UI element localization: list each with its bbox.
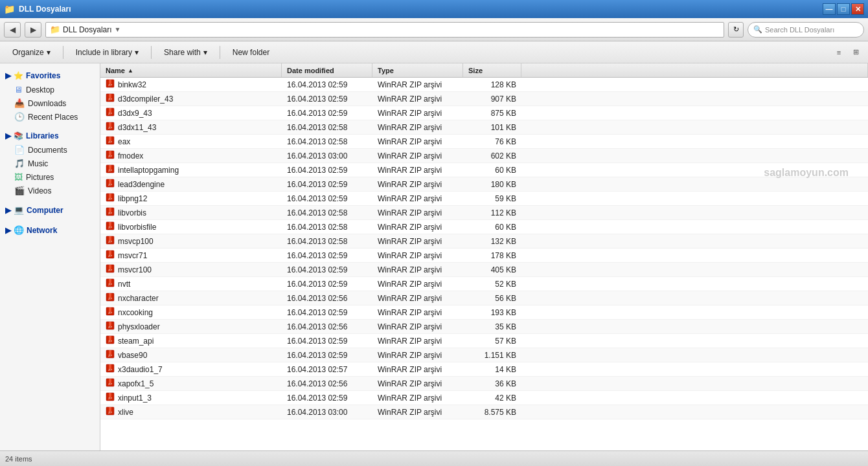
file-size-cell: 1.151 KB bbox=[463, 348, 521, 362]
sidebar-libraries-header[interactable]: ▶ 📚 Libraries bbox=[0, 129, 100, 143]
include-in-library-button[interactable]: Include in library ▾ bbox=[69, 44, 146, 61]
file-extra-cell bbox=[521, 320, 868, 333]
sidebar-item-documents[interactable]: 📄 Documents bbox=[0, 143, 100, 157]
file-name: d3dcompiler_43 bbox=[118, 94, 173, 104]
sidebar-item-pictures[interactable]: 🖼 Pictures bbox=[0, 170, 100, 184]
file-date-cell: 16.04.2013 02:59 bbox=[282, 106, 372, 120]
file-date-cell: 16.04.2013 02:56 bbox=[282, 291, 372, 305]
sidebar-item-downloads-label: Downloads bbox=[28, 99, 66, 108]
file-zip-icon: ZIP bbox=[106, 236, 115, 247]
col-header-name[interactable]: Name ▲ bbox=[100, 63, 282, 77]
table-row[interactable]: ZIP eax 16.04.2013 02:58 WinRAR ZIP arşi… bbox=[100, 135, 868, 149]
file-name-cell: ZIP intellaptopgaming bbox=[100, 163, 282, 177]
address-bar: ◀ ▶ 📁 DLL Dosyaları ▼ ↻ 🔍 Search DLL Dos… bbox=[0, 18, 868, 41]
table-row[interactable]: ZIP x3daudio1_7 16.04.2013 02:57 WinRAR … bbox=[100, 362, 868, 377]
file-zip-icon: ZIP bbox=[106, 364, 115, 375]
window-icon: 📁 bbox=[4, 4, 15, 14]
sidebar-favorites-header[interactable]: ▶ ⭐ Favorites bbox=[0, 69, 100, 83]
file-extra-cell bbox=[521, 277, 868, 291]
sidebar-item-desktop[interactable]: 🖥 Desktop bbox=[0, 83, 100, 96]
table-row[interactable]: ZIP vbase90 16.04.2013 02:59 WinRAR ZIP … bbox=[100, 348, 868, 362]
table-row[interactable]: ZIP intellaptopgaming 16.04.2013 02:59 W… bbox=[100, 163, 868, 177]
svg-text:ZIP: ZIP bbox=[108, 169, 113, 172]
table-row[interactable]: ZIP fmodex 16.04.2013 03:00 WinRAR ZIP a… bbox=[100, 149, 868, 163]
file-type-cell: WinRAR ZIP arşivi bbox=[372, 249, 463, 262]
file-date-cell: 16.04.2013 03:00 bbox=[282, 405, 372, 419]
file-size-cell: 907 KB bbox=[463, 92, 521, 105]
sidebar-item-downloads[interactable]: 📥 Downloads bbox=[0, 96, 100, 110]
col-header-size[interactable]: Size bbox=[463, 63, 521, 77]
new-folder-button[interactable]: New folder bbox=[225, 44, 277, 61]
file-type-cell: WinRAR ZIP arşivi bbox=[372, 348, 463, 362]
search-box[interactable]: 🔍 Search DLL Dosyaları bbox=[748, 22, 864, 38]
table-row[interactable]: ZIP d3dx9_43 16.04.2013 02:59 WinRAR ZIP… bbox=[100, 106, 868, 120]
file-size-cell: 180 KB bbox=[463, 177, 521, 191]
file-date-cell: 16.04.2013 02:59 bbox=[282, 192, 372, 205]
file-date-cell: 16.04.2013 02:58 bbox=[282, 206, 372, 219]
table-row[interactable]: ZIP msvcr100 16.04.2013 02:59 WinRAR ZIP… bbox=[100, 263, 868, 277]
svg-text:ZIP: ZIP bbox=[108, 397, 113, 400]
col-header-date[interactable]: Date modified bbox=[282, 63, 372, 77]
share-with-button[interactable]: Share with ▾ bbox=[157, 44, 214, 61]
file-size-cell: 875 KB bbox=[463, 106, 521, 120]
table-row[interactable]: ZIP libpng12 16.04.2013 02:59 WinRAR ZIP… bbox=[100, 192, 868, 206]
file-zip-icon: ZIP bbox=[106, 193, 115, 204]
file-name: vbase90 bbox=[118, 351, 147, 360]
table-row[interactable]: ZIP nxcooking 16.04.2013 02:59 WinRAR ZI… bbox=[100, 305, 868, 320]
maximize-button[interactable]: □ bbox=[837, 3, 850, 15]
file-area: Name ▲ Date modified Type Size ZIP bbox=[100, 63, 868, 450]
close-button[interactable]: ✕ bbox=[851, 3, 864, 15]
table-row[interactable]: ZIP xinput1_3 16.04.2013 02:59 WinRAR ZI… bbox=[100, 391, 868, 405]
path-dropdown-arrow[interactable]: ▼ bbox=[115, 26, 121, 33]
file-zip-icon: ZIP bbox=[106, 207, 115, 218]
sidebar-computer-header[interactable]: ▶ 💻 Computer bbox=[0, 203, 100, 217]
window-controls: — □ ✕ bbox=[823, 3, 864, 15]
file-date-cell: 16.04.2013 02:58 bbox=[282, 120, 372, 134]
col-header-type[interactable]: Type bbox=[372, 63, 463, 77]
view-tiles-button[interactable]: ⊞ bbox=[849, 47, 863, 58]
table-row[interactable]: ZIP binkw32 16.04.2013 02:59 WinRAR ZIP … bbox=[100, 78, 868, 92]
file-name: msvcr71 bbox=[118, 251, 147, 260]
table-row[interactable]: ZIP msvcr71 16.04.2013 02:59 WinRAR ZIP … bbox=[100, 249, 868, 263]
table-row[interactable]: ZIP d3dx11_43 16.04.2013 02:58 WinRAR ZI… bbox=[100, 120, 868, 135]
table-row[interactable]: ZIP nxcharacter 16.04.2013 02:56 WinRAR … bbox=[100, 291, 868, 305]
path-folder-icon: 📁 bbox=[50, 25, 60, 34]
file-date-cell: 16.04.2013 02:59 bbox=[282, 249, 372, 262]
back-button[interactable]: ◀ bbox=[4, 22, 21, 38]
file-date-cell: 16.04.2013 02:57 bbox=[282, 362, 372, 376]
svg-text:ZIP: ZIP bbox=[108, 354, 113, 357]
file-name: d3dx11_43 bbox=[118, 123, 156, 132]
refresh-button[interactable]: ↻ bbox=[728, 22, 744, 38]
sidebar-network-header[interactable]: ▶ 🌐 Network bbox=[0, 223, 100, 238]
file-date-cell: 16.04.2013 02:59 bbox=[282, 391, 372, 405]
forward-button[interactable]: ▶ bbox=[25, 22, 41, 38]
table-row[interactable]: ZIP msvcp100 16.04.2013 02:58 WinRAR ZIP… bbox=[100, 234, 868, 249]
minimize-button[interactable]: — bbox=[823, 3, 836, 15]
table-row[interactable]: ZIP libvorbis 16.04.2013 02:58 WinRAR ZI… bbox=[100, 206, 868, 220]
table-row[interactable]: ZIP xlive 16.04.2013 03:00 WinRAR ZIP ar… bbox=[100, 405, 868, 419]
network-chevron-icon: ▶ bbox=[5, 226, 11, 235]
svg-text:ZIP: ZIP bbox=[108, 98, 113, 101]
file-zip-icon: ZIP bbox=[106, 392, 115, 403]
file-extra-cell bbox=[521, 149, 868, 162]
file-zip-icon: ZIP bbox=[106, 250, 115, 261]
file-name-cell: ZIP nvtt bbox=[100, 277, 282, 291]
sidebar-item-recent-places[interactable]: 🕒 Recent Places bbox=[0, 110, 100, 124]
file-type-cell: WinRAR ZIP arşivi bbox=[372, 192, 463, 205]
organize-button[interactable]: Organize ▾ bbox=[5, 44, 58, 61]
table-row[interactable]: ZIP nvtt 16.04.2013 02:59 WinRAR ZIP arş… bbox=[100, 277, 868, 291]
table-row[interactable]: ZIP lead3dengine 16.04.2013 02:59 WinRAR… bbox=[100, 177, 868, 192]
file-name: d3dx9_43 bbox=[118, 109, 152, 118]
table-row[interactable]: ZIP physxloader 16.04.2013 02:56 WinRAR … bbox=[100, 320, 868, 334]
svg-text:ZIP: ZIP bbox=[108, 83, 113, 87]
table-row[interactable]: ZIP d3dcompiler_43 16.04.2013 02:59 WinR… bbox=[100, 92, 868, 106]
file-date-cell: 16.04.2013 02:58 bbox=[282, 220, 372, 234]
sidebar-item-videos[interactable]: 🎬 Videos bbox=[0, 184, 100, 197]
address-path[interactable]: 📁 DLL Dosyaları ▼ bbox=[45, 22, 724, 38]
sidebar-item-music[interactable]: 🎵 Music bbox=[0, 157, 100, 170]
table-row[interactable]: ZIP libvorbisfile 16.04.2013 02:58 WinRA… bbox=[100, 220, 868, 234]
table-row[interactable]: ZIP steam_api 16.04.2013 02:59 WinRAR ZI… bbox=[100, 334, 868, 348]
table-row[interactable]: ZIP xapofx1_5 16.04.2013 02:56 WinRAR ZI… bbox=[100, 377, 868, 391]
view-details-button[interactable]: ≡ bbox=[832, 47, 846, 58]
file-extra-cell bbox=[521, 305, 868, 319]
